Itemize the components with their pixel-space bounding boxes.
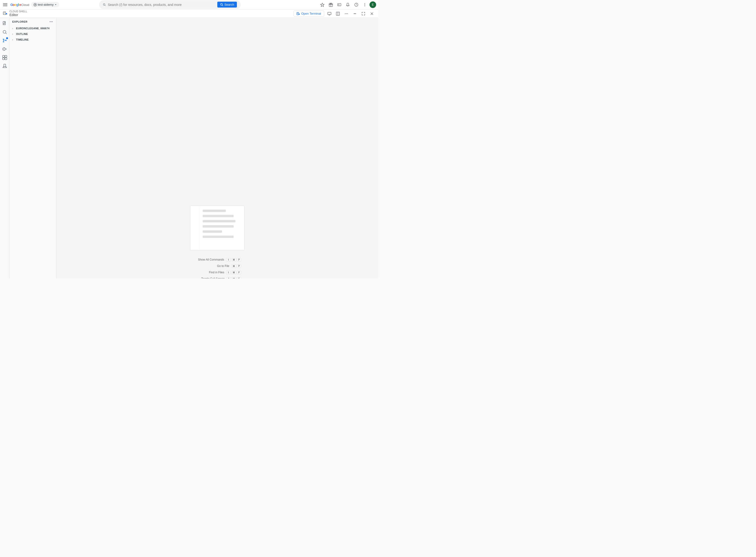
svg-point-43 (347, 13, 348, 14)
test-activity-item[interactable] (1, 62, 8, 70)
preview-line-5 (203, 230, 222, 233)
tree-item-outline[interactable]: › OUTLINE (9, 31, 56, 37)
svg-point-52 (3, 39, 4, 40)
shortcut-find-in-files: Find in Files ⇧ ⌘ F (194, 271, 241, 274)
cloud-shell-label: CLOUD SHELL (9, 10, 27, 13)
preview-line-3 (203, 220, 235, 223)
svg-rect-47 (3, 22, 5, 25)
shortcut-label-0: Show All Commands (194, 258, 224, 261)
shortcut-keys-0: ⇧ ⌘ P (226, 258, 242, 262)
run-debug-activity-item[interactable] (1, 45, 8, 53)
preview-line-2 (203, 215, 233, 217)
sidebar-actions (49, 19, 54, 24)
sidebar-more-btn[interactable] (49, 19, 54, 24)
bell-icon-btn[interactable] (344, 1, 352, 8)
svg-rect-35 (299, 14, 300, 14)
editor-title: Editor (9, 13, 27, 17)
sidebar-header: EXPLORER (9, 18, 56, 26)
search-button[interactable]: Search (217, 2, 237, 7)
close-cloudshell-icon-btn[interactable] (369, 10, 375, 17)
svg-rect-1 (3, 4, 7, 5)
svg-point-26 (364, 4, 365, 5)
svg-point-12 (103, 3, 105, 5)
sidebar: EXPLORER › EURONCLEGANE_666674 › OUTLINE… (9, 18, 57, 278)
svg-text:?: ? (356, 3, 357, 6)
navbar-left: G o o g l e Cloud test-aidemy (2, 1, 59, 8)
svg-line-21 (338, 4, 339, 5)
google-cloud-logo: G o o g l e Cloud (10, 2, 29, 7)
monitor-icon-btn[interactable] (326, 10, 333, 17)
svg-marker-56 (4, 48, 6, 51)
svg-point-50 (3, 30, 6, 33)
more-options-icon-btn[interactable] (361, 1, 369, 8)
svg-point-71 (52, 22, 53, 22)
editor-area: Show All Commands ⇧ ⌘ P Go to File ⌘ P (57, 18, 378, 278)
source-control-activity-item[interactable] (1, 37, 8, 44)
shortcut-show-all-commands: Show All Commands ⇧ ⌘ P (194, 258, 242, 262)
svg-point-42 (346, 13, 347, 14)
svg-point-27 (364, 5, 365, 6)
more-cloudshell-icon-btn[interactable] (343, 10, 350, 17)
minimize-icon-btn[interactable] (352, 10, 358, 17)
editor-preview-graphic (190, 206, 245, 251)
svg-point-25 (364, 3, 365, 4)
svg-rect-61 (5, 58, 7, 60)
user-avatar[interactable]: E (369, 1, 376, 8)
preview-sidebar (190, 206, 200, 250)
svg-point-14 (220, 3, 222, 5)
open-terminal-button[interactable]: Open Terminal (293, 10, 324, 17)
shortcut-go-to-file: Go to File ⌘ P (199, 264, 242, 268)
shortcut-keys-3: ^ ⌘ F (226, 277, 241, 279)
shortcut-label-3: Toggle Full Screen (194, 277, 225, 278)
svg-line-13 (105, 5, 106, 6)
search-btn-label: Search (224, 3, 234, 6)
global-search-bar[interactable]: Search (99, 0, 241, 9)
gift-icon-btn[interactable] (327, 1, 335, 8)
cloud-shell-bar: CLOUD SHELL Editor Open Terminal (0, 9, 378, 18)
shortcut-keys-1: ⌘ P (231, 264, 242, 268)
svg-rect-28 (3, 12, 6, 14)
cloud-shell-icon (3, 11, 7, 16)
svg-line-51 (5, 33, 7, 34)
svg-text:e: e (19, 3, 21, 7)
open-terminal-label: Open Terminal (301, 12, 321, 15)
project-chip[interactable]: test-aidemy (31, 2, 59, 7)
preview-line-6 (203, 236, 233, 238)
svg-point-53 (3, 41, 4, 42)
split-view-icon-btn[interactable] (335, 10, 341, 17)
shortcut-toggle-fullscreen: Toggle Full Screen ^ ⌘ F (194, 277, 241, 279)
svg-marker-16 (320, 3, 324, 7)
search-activity-item[interactable] (1, 28, 8, 36)
tree-item-timeline[interactable]: › TIMELINE (9, 37, 56, 42)
files-activity-item[interactable] (1, 20, 8, 27)
shortcuts-list: Show All Commands ⇧ ⌘ P Go to File ⌘ P (194, 258, 242, 279)
hamburger-menu-button[interactable] (2, 1, 8, 8)
svg-line-15 (222, 5, 223, 6)
svg-point-11 (35, 4, 36, 5)
svg-rect-60 (3, 58, 4, 60)
help-icon-btn[interactable]: ? (353, 1, 360, 8)
preview-line-1 (203, 210, 226, 212)
starred-icon-btn[interactable] (318, 1, 326, 8)
cloud-shell-right: Open Terminal (293, 10, 375, 17)
welcome-screen: Show All Commands ⇧ ⌘ P Go to File ⌘ P (57, 18, 378, 278)
main-area: EXPLORER › EURONCLEGANE_666674 › OUTLINE… (0, 18, 378, 278)
shortcut-label-2: Find in Files (194, 271, 224, 274)
fullscreen-icon-btn[interactable] (360, 10, 367, 17)
svg-text:Cloud: Cloud (21, 3, 29, 7)
navbar-right: ? E (318, 1, 376, 8)
svg-rect-59 (5, 55, 7, 57)
shortcut-label-1: Go to File (199, 264, 229, 268)
svg-point-41 (345, 13, 346, 14)
search-input[interactable] (108, 3, 216, 7)
svg-rect-36 (328, 12, 331, 14)
terminal-icon-btn[interactable] (336, 1, 343, 8)
activity-bar (0, 18, 9, 278)
tree-item-euronclegane[interactable]: › EURONCLEGANE_666674 (9, 26, 56, 31)
svg-rect-20 (338, 3, 341, 6)
svg-point-70 (51, 22, 52, 22)
svg-rect-58 (3, 55, 4, 57)
cloud-shell-left: CLOUD SHELL Editor (3, 10, 27, 17)
extensions-activity-item[interactable] (1, 54, 8, 61)
shortcut-keys-2: ⇧ ⌘ F (226, 271, 241, 274)
